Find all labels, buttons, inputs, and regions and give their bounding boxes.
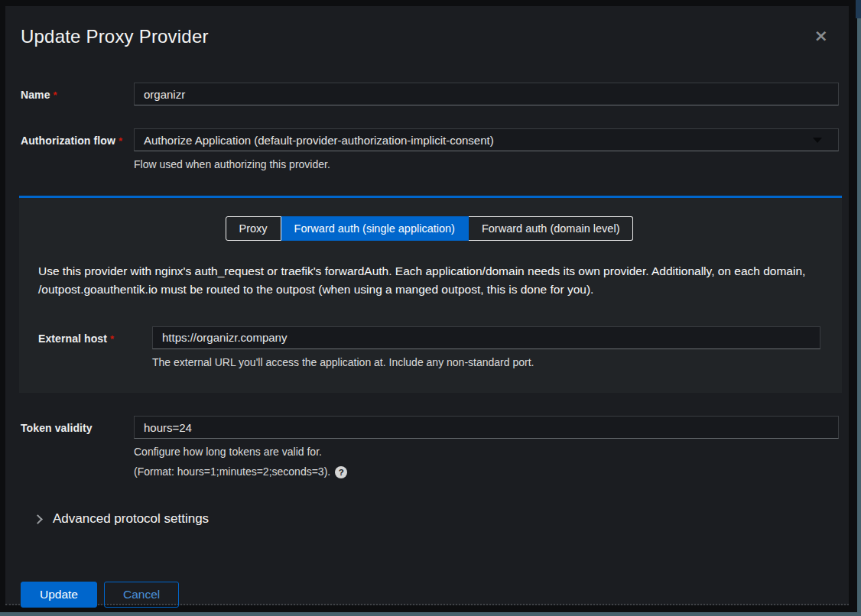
external-host-label: External host* [38,326,152,345]
external-host-field[interactable] [152,326,820,349]
authorization-flow-select-wrap: Authorize Application (default-provider-… [134,128,839,151]
toggle-forward-auth-domain[interactable]: Forward auth (domain level) [469,216,634,241]
modal-header: Update Proxy Provider × [21,26,839,47]
page-edge-right [857,0,861,616]
authorization-flow-help: Flow used when authorizing this provider… [134,157,839,173]
update-button[interactable]: Update [21,582,97,608]
close-icon[interactable]: × [814,28,828,44]
chevron-down-icon [813,138,822,143]
authorization-flow-select[interactable]: Authorize Application (default-provider-… [134,128,839,151]
proxy-mode-toggle-group: Proxy Forward auth (single application) … [38,216,820,241]
page-title: Update Proxy Provider [21,26,839,47]
name-field[interactable] [134,83,839,105]
name-row: Name* [21,83,839,105]
help-question-icon[interactable]: ? [335,466,347,478]
name-label-text: Name [21,89,50,101]
cancel-button[interactable]: Cancel [104,582,179,608]
authorization-flow-row: Authorization flow* Authorize Applicatio… [21,128,839,173]
chevron-right-icon [33,514,43,524]
token-format-text: (Format: hours=1;minutes=2;seconds=3). [134,465,330,480]
token-validity-help-2: (Format: hours=1;minutes=2;seconds=3). ? [134,465,839,480]
required-asterisk: * [54,89,57,101]
authorization-flow-label: Authorization flow* [21,128,134,147]
page-edge-bottom [0,612,861,616]
advanced-protocol-settings-label: Advanced protocol settings [53,511,209,527]
mode-description: Use this provider with nginx's auth_requ… [38,262,820,299]
token-validity-label: Token validity [21,416,134,434]
toggle-proxy[interactable]: Proxy [226,216,281,241]
update-proxy-provider-modal: Update Proxy Provider × Name* Authorizat… [5,6,849,605]
required-asterisk: * [119,135,122,147]
token-validity-help-1: Configure how long tokens are valid for. [134,445,839,460]
external-host-row: External host* The external URL you'll a… [38,326,820,371]
modal-footer: Update Cancel [21,582,839,608]
token-validity-row: Token validity Configure how long tokens… [21,416,839,479]
authorization-flow-label-text: Authorization flow [21,135,115,147]
page-edge-corner [856,0,861,18]
proxy-mode-card: Proxy Forward auth (single application) … [19,196,842,394]
external-host-label-text: External host [38,332,107,345]
external-host-help: The external URL you'll access the appli… [152,355,820,371]
toggle-forward-auth-single[interactable]: Forward auth (single application) [281,216,469,241]
token-validity-field[interactable] [134,416,839,439]
name-label: Name* [21,83,134,101]
required-asterisk: * [110,333,114,345]
advanced-protocol-settings-toggle[interactable]: Advanced protocol settings [21,511,209,527]
